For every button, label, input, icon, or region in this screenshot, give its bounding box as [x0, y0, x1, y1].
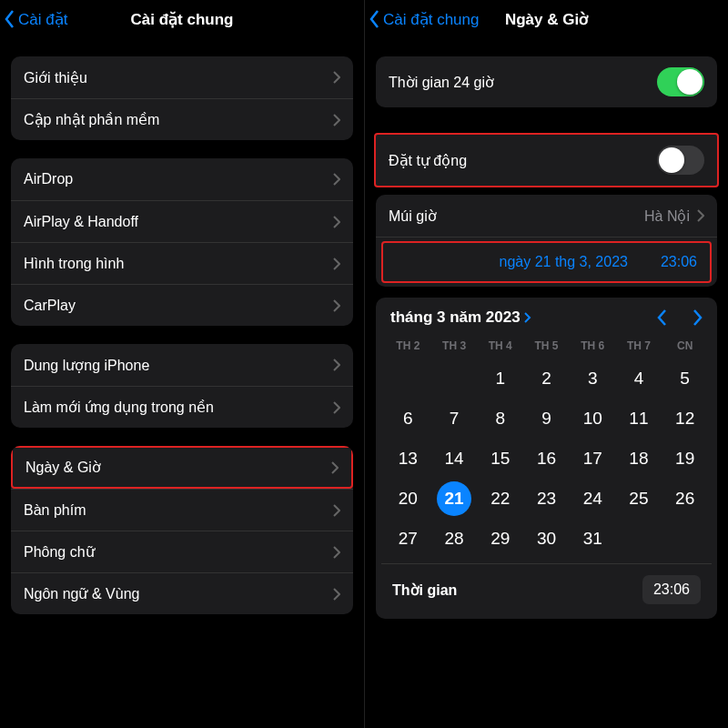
settings-row[interactable]: Phông chữ	[11, 531, 353, 572]
row-label: Giới thiệu	[24, 69, 326, 86]
chevron-right-icon	[333, 401, 340, 414]
calendar-day[interactable]: 6	[385, 401, 431, 436]
time-display[interactable]: 23:06	[661, 254, 697, 270]
chevron-right-icon	[333, 359, 340, 371]
row-label: AirPlay & Handoff	[24, 214, 326, 230]
chevron-left-icon	[369, 9, 381, 29]
chevron-left-icon	[4, 9, 16, 29]
calendar-time-label: Thời gian	[392, 581, 642, 599]
settings-row[interactable]: Giới thiệu	[11, 56, 353, 98]
back-label: Cài đặt	[18, 10, 67, 29]
date-display[interactable]: ngày 21 thg 3, 2023	[500, 254, 628, 270]
row-label: Bàn phím	[24, 502, 326, 519]
calendar-month-button[interactable]: tháng 3 năm 2023	[390, 308, 531, 327]
row-autoset: Đặt tự động	[376, 135, 717, 186]
calendar-time-value[interactable]: 23:06	[642, 575, 701, 604]
group-device: Ngày & GiờBàn phímPhông chữNgôn ngữ & Vù…	[11, 446, 353, 614]
settings-row[interactable]: Ngày & Giờ	[11, 446, 353, 489]
calendar-day[interactable]: 7	[431, 401, 478, 436]
chevron-right-icon	[697, 209, 704, 222]
row-24hour: Thời gian 24 giờ	[376, 56, 717, 107]
calendar-day[interactable]: 1	[477, 361, 523, 396]
row-label: Hình trong hình	[24, 256, 326, 272]
calendar-nav	[657, 308, 703, 327]
back-button[interactable]: Cài đặt chung	[369, 9, 479, 29]
group-timezone-date: Múi giờ Hà Nội ngày 21 thg 3, 2023 23:06	[376, 195, 717, 287]
prev-month-button[interactable]	[657, 308, 668, 327]
back-button[interactable]: Cài đặt	[4, 9, 67, 29]
weekday-label: TH 3	[431, 336, 478, 356]
calendar-weekdays: TH 2TH 3TH 4TH 5TH 6TH 7CN	[381, 336, 712, 356]
settings-row[interactable]: Dung lượng iPhone	[11, 344, 353, 386]
calendar-day[interactable]: 25	[616, 481, 662, 516]
chevron-right-icon	[333, 258, 340, 270]
settings-row[interactable]: Cập nhật phần mềm	[11, 98, 353, 140]
weekday-label: TH 6	[570, 336, 616, 356]
settings-row[interactable]: Bàn phím	[11, 489, 353, 531]
group-about: Giới thiệuCập nhật phần mềm	[11, 56, 353, 140]
settings-row[interactable]: CarPlay	[11, 284, 353, 326]
calendar-day[interactable]: 28	[431, 521, 478, 556]
row-label: Ngày & Giờ	[25, 459, 324, 476]
settings-row[interactable]: Làm mới ứng dụng trong nền	[11, 386, 353, 428]
calendar-month-label: tháng 3 năm 2023	[390, 308, 521, 327]
calendar-day[interactable]: 11	[616, 401, 662, 436]
chevron-right-icon	[333, 588, 340, 601]
calendar-day[interactable]: 18	[616, 441, 662, 476]
back-label: Cài đặt chung	[383, 10, 479, 29]
chevron-right-icon	[333, 546, 340, 559]
row-label: AirDrop	[24, 171, 326, 187]
calendar-day[interactable]: 24	[570, 481, 616, 516]
calendar-day[interactable]: 14	[431, 441, 478, 476]
page-title: Ngày & Giờ	[505, 10, 588, 29]
calendar-day[interactable]: 20	[385, 481, 431, 516]
calendar-day[interactable]: 4	[616, 361, 662, 396]
calendar-day[interactable]: 19	[662, 441, 708, 476]
switch-24hour[interactable]	[657, 67, 704, 96]
calendar-day[interactable]: 21	[437, 481, 471, 516]
calendar-day[interactable]: 22	[477, 481, 523, 516]
calendar-day[interactable]: 13	[385, 441, 431, 476]
group-24hour: Thời gian 24 giờ	[376, 56, 717, 107]
switch-autoset[interactable]	[657, 146, 704, 175]
row-label: Cập nhật phần mềm	[24, 111, 326, 128]
calendar-time-row: Thời gian 23:06	[381, 563, 712, 615]
calendar-day[interactable]: 12	[662, 401, 708, 436]
chevron-right-icon	[333, 299, 340, 312]
calendar-day[interactable]: 15	[477, 441, 523, 476]
calendar-day[interactable]: 27	[385, 521, 431, 556]
row-label: CarPlay	[24, 298, 326, 314]
settings-row[interactable]: AirPlay & Handoff	[11, 200, 353, 242]
row-label: Dung lượng iPhone	[24, 357, 326, 374]
calendar-day[interactable]: 17	[570, 441, 616, 476]
calendar-day[interactable]: 5	[662, 361, 708, 396]
row-timezone[interactable]: Múi giờ Hà Nội	[376, 195, 717, 237]
calendar-header: tháng 3 năm 2023	[381, 308, 712, 336]
weekday-label: TH 5	[523, 336, 570, 356]
calendar-day[interactable]: 23	[523, 481, 570, 516]
next-month-button[interactable]	[692, 308, 703, 327]
settings-row[interactable]: AirDrop	[11, 158, 353, 200]
row-label: Làm mới ứng dụng trong nền	[24, 399, 326, 416]
calendar-day[interactable]: 16	[523, 441, 570, 476]
weekday-label: CN	[662, 336, 708, 356]
calendar-day[interactable]: 10	[570, 401, 616, 436]
calendar-day[interactable]: 2	[523, 361, 570, 396]
calendar-day[interactable]: 30	[523, 521, 570, 556]
datetime-display: ngày 21 thg 3, 2023 23:06	[381, 241, 712, 283]
row-datetime: ngày 21 thg 3, 2023 23:06	[376, 237, 717, 287]
calendar-day[interactable]: 3	[570, 361, 616, 396]
calendar-day[interactable]: 29	[477, 521, 523, 556]
settings-row[interactable]: Ngôn ngữ & Vùng	[11, 572, 353, 614]
row-label: Ngôn ngữ & Vùng	[24, 585, 326, 602]
calendar-day[interactable]: 9	[523, 401, 570, 436]
nav-bar: Cài đặt chung Ngày & Giờ	[365, 0, 728, 38]
calendar-day[interactable]: 26	[662, 481, 708, 516]
calendar-day[interactable]: 8	[477, 401, 523, 436]
page-title: Cài đặt chung	[131, 10, 234, 29]
settings-row[interactable]: Hình trong hình	[11, 242, 353, 284]
calendar-days: 0012345678910111213141516171819202122232…	[381, 356, 712, 563]
general-settings-pane: Cài đặt Cài đặt chung Giới thiệuCập nhật…	[0, 0, 364, 728]
row-label: Phông chữ	[24, 543, 326, 561]
calendar-day[interactable]: 31	[570, 521, 616, 556]
